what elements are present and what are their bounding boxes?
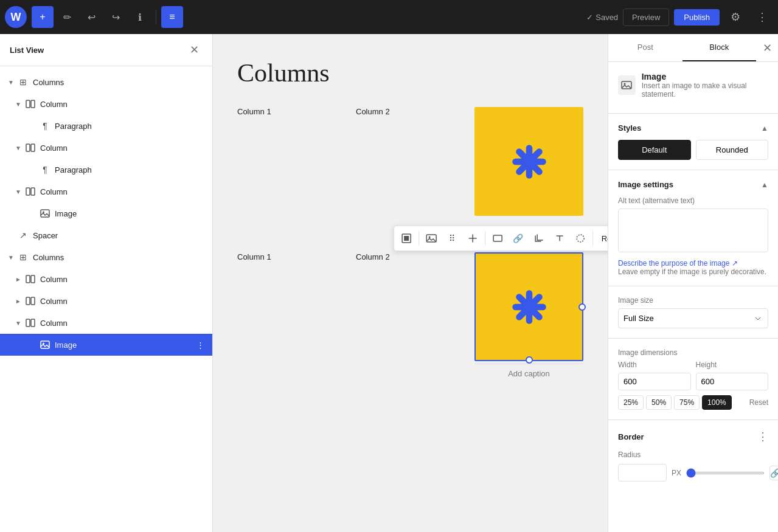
tree-item-spacer[interactable]: ↗ Spacer (0, 224, 212, 246)
tree-item-more-button[interactable]: ⋮ (193, 337, 207, 352)
tree-item-column-5[interactable]: Column (0, 290, 212, 312)
image-settings-header[interactable]: Image settings ▲ (618, 180, 768, 189)
add-caption[interactable]: Add caption (474, 364, 583, 383)
topbar: W + ✏ ↩ ↪ ℹ ≡ ✓ Saved Preview Publish ⚙ … (0, 0, 778, 34)
column-3-area[interactable] (474, 107, 583, 216)
block-info-section: Image Insert an image to make a visual s… (608, 62, 778, 114)
external-link-icon: ↗ (732, 259, 738, 268)
image-purpose-link[interactable]: Describe the purpose of the image ↗ (618, 259, 768, 268)
width-input[interactable] (618, 373, 691, 390)
toolbar-separator-2 (485, 231, 485, 246)
column-2-area-2[interactable]: Column 2 (356, 252, 465, 266)
resize-handle-bottom[interactable] (526, 356, 533, 364)
svg-rect-2 (26, 144, 30, 151)
canvas: Columns Column 1 Column 2 (213, 34, 608, 532)
pct-25-button[interactable]: 25% (618, 395, 644, 410)
block-desc: Insert an image to make a visual stateme… (642, 81, 768, 98)
chevron-icon[interactable] (12, 273, 24, 285)
columns-icon: ⊞ (17, 251, 29, 263)
image-size-select[interactable]: Full Size (618, 308, 768, 328)
column-3-area-2[interactable]: ⠿ 🔗 (474, 252, 583, 383)
image-block-2[interactable] (474, 252, 583, 361)
toolbar-image-button[interactable] (422, 229, 441, 248)
page-title[interactable]: Columns (237, 58, 583, 88)
chevron-icon[interactable] (12, 295, 24, 307)
tree-item-image-1[interactable]: Image (0, 202, 212, 224)
style-default-button[interactable]: Default (618, 140, 691, 160)
styles-section-header[interactable]: Styles ▲ (618, 123, 768, 133)
panel-close-button[interactable]: ✕ (756, 37, 778, 59)
column-2-area[interactable]: Column 2 (356, 107, 465, 121)
toolbar-link-button[interactable]: 🔗 (509, 229, 528, 248)
column-1-area[interactable]: Column 1 (237, 107, 346, 121)
tree-item-column-4[interactable]: Column (0, 268, 212, 290)
chevron-icon[interactable] (12, 185, 24, 198)
column-1-area-2[interactable]: Column 1 (237, 252, 346, 266)
tree-item-columns-2[interactable]: ⊞ Columns (0, 246, 212, 268)
radius-link-button[interactable]: 🔗 (769, 466, 778, 480)
tree-label: Column (40, 100, 207, 109)
height-input[interactable] (696, 373, 769, 390)
chevron-icon[interactable] (12, 142, 24, 154)
info-button[interactable]: ℹ (129, 6, 151, 28)
tab-post[interactable]: Post (608, 34, 682, 61)
style-rounded-button[interactable]: Rounded (696, 140, 769, 160)
radius-input[interactable] (618, 464, 667, 482)
redo-button[interactable]: ↪ (105, 6, 127, 28)
tree-item-column-6[interactable]: Column (0, 312, 212, 334)
percent-row: 25% 50% 75% 100% Reset (618, 395, 768, 410)
image-settings-section: Image settings ▲ Alt text (alternative t… (608, 170, 778, 286)
alt-text-input[interactable] (618, 209, 768, 252)
tree-item-column-3[interactable]: Column (0, 181, 212, 202)
settings-button[interactable]: ⚙ (724, 6, 746, 28)
toolbar-style-button[interactable] (571, 229, 590, 248)
pct-50-button[interactable]: 50% (646, 395, 672, 410)
image-block-1[interactable] (474, 107, 583, 216)
col2-label-2: Column 2 (356, 252, 465, 261)
column-icon (24, 98, 36, 110)
block-name: Image (642, 72, 768, 81)
toolbar-replace-button[interactable]: Replace (596, 232, 608, 246)
pct-100-button[interactable]: 100% (702, 395, 732, 410)
chevron-icon[interactable] (12, 317, 24, 329)
image-dimensions-label: Image dimensions (618, 348, 768, 357)
styles-section-title: Styles (618, 123, 641, 133)
svg-rect-5 (31, 188, 35, 195)
border-more-button[interactable]: ⋮ (757, 430, 768, 443)
col1-label: Column 1 (237, 107, 346, 116)
tree-item-column-1[interactable]: Column (0, 93, 212, 115)
toolbar-crop-button[interactable] (529, 229, 549, 248)
preview-button[interactable]: Preview (623, 9, 669, 26)
image-settings-chevron-icon: ▲ (761, 181, 768, 189)
tab-block[interactable]: Block (682, 34, 757, 61)
asterisk-icon (511, 143, 547, 180)
tree-item-paragraph-2[interactable]: ¶ Paragraph (0, 159, 212, 181)
chevron-icon[interactable] (5, 76, 17, 88)
publish-button[interactable]: Publish (674, 9, 720, 26)
tools-button[interactable]: ✏ (56, 6, 78, 28)
add-button[interactable]: + (32, 6, 54, 28)
tree-item-columns-1[interactable]: ⊞ Columns (0, 71, 212, 93)
tree-item-paragraph-1[interactable]: ¶ Paragraph (0, 115, 212, 137)
toolbar-align-button[interactable] (488, 229, 507, 248)
list-view-button[interactable]: ≡ (161, 6, 183, 28)
toolbar-expand-button[interactable] (397, 229, 416, 248)
chevron-icon[interactable] (5, 251, 17, 263)
toolbar-move-button[interactable] (463, 229, 482, 248)
resize-handle-right[interactable] (578, 303, 586, 311)
radius-slider[interactable] (686, 472, 765, 474)
toolbar-text-button[interactable] (550, 229, 569, 248)
more-options-button[interactable]: ⋮ (751, 6, 773, 28)
block-icon (618, 75, 636, 95)
wp-logo[interactable]: W (5, 6, 27, 28)
tree-label: Column (40, 275, 207, 284)
toolbar-drag-button[interactable]: ⠿ (442, 229, 462, 248)
tree-item-image-2[interactable]: Image ⋮ (0, 334, 212, 356)
sidebar-close-button[interactable]: ✕ (186, 41, 203, 58)
tree-label: Column (40, 187, 207, 196)
chevron-icon[interactable] (12, 98, 24, 110)
tree-item-column-2[interactable]: Column (0, 137, 212, 159)
undo-button[interactable]: ↩ (80, 6, 102, 28)
reset-button[interactable]: Reset (749, 398, 768, 407)
pct-75-button[interactable]: 75% (674, 395, 700, 410)
